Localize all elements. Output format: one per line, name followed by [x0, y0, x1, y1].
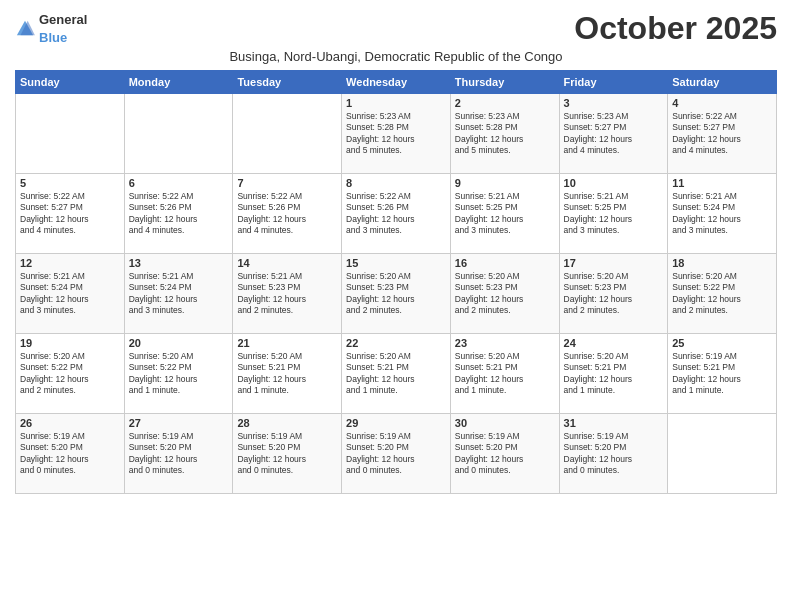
- day-info: Sunrise: 5:22 AM Sunset: 5:26 PM Dayligh…: [237, 191, 337, 237]
- day-info: Sunrise: 5:20 AM Sunset: 5:21 PM Dayligh…: [455, 351, 555, 397]
- day-info: Sunrise: 5:21 AM Sunset: 5:25 PM Dayligh…: [564, 191, 664, 237]
- day-info: Sunrise: 5:21 AM Sunset: 5:24 PM Dayligh…: [129, 271, 229, 317]
- day-number: 1: [346, 97, 446, 109]
- day-info: Sunrise: 5:21 AM Sunset: 5:23 PM Dayligh…: [237, 271, 337, 317]
- day-number: 12: [20, 257, 120, 269]
- day-number: 3: [564, 97, 664, 109]
- day-info: Sunrise: 5:19 AM Sunset: 5:20 PM Dayligh…: [455, 431, 555, 477]
- day-info: Sunrise: 5:19 AM Sunset: 5:20 PM Dayligh…: [346, 431, 446, 477]
- logo-general: General: [39, 12, 87, 27]
- day-number: 7: [237, 177, 337, 189]
- day-number: 26: [20, 417, 120, 429]
- header-monday: Monday: [124, 71, 233, 94]
- day-cell: [668, 414, 777, 494]
- day-cell: 31Sunrise: 5:19 AM Sunset: 5:20 PM Dayli…: [559, 414, 668, 494]
- day-cell: 30Sunrise: 5:19 AM Sunset: 5:20 PM Dayli…: [450, 414, 559, 494]
- day-cell: 17Sunrise: 5:20 AM Sunset: 5:23 PM Dayli…: [559, 254, 668, 334]
- day-cell: [124, 94, 233, 174]
- day-number: 5: [20, 177, 120, 189]
- day-info: Sunrise: 5:19 AM Sunset: 5:20 PM Dayligh…: [129, 431, 229, 477]
- day-info: Sunrise: 5:20 AM Sunset: 5:23 PM Dayligh…: [455, 271, 555, 317]
- day-number: 8: [346, 177, 446, 189]
- week-row-5: 26Sunrise: 5:19 AM Sunset: 5:20 PM Dayli…: [16, 414, 777, 494]
- day-info: Sunrise: 5:20 AM Sunset: 5:22 PM Dayligh…: [20, 351, 120, 397]
- day-cell: 6Sunrise: 5:22 AM Sunset: 5:26 PM Daylig…: [124, 174, 233, 254]
- day-number: 21: [237, 337, 337, 349]
- day-cell: 21Sunrise: 5:20 AM Sunset: 5:21 PM Dayli…: [233, 334, 342, 414]
- day-number: 4: [672, 97, 772, 109]
- header-sunday: Sunday: [16, 71, 125, 94]
- calendar-body: 1Sunrise: 5:23 AM Sunset: 5:28 PM Daylig…: [16, 94, 777, 494]
- day-cell: 14Sunrise: 5:21 AM Sunset: 5:23 PM Dayli…: [233, 254, 342, 334]
- day-cell: 8Sunrise: 5:22 AM Sunset: 5:26 PM Daylig…: [342, 174, 451, 254]
- day-info: Sunrise: 5:22 AM Sunset: 5:27 PM Dayligh…: [672, 111, 772, 157]
- day-info: Sunrise: 5:23 AM Sunset: 5:28 PM Dayligh…: [346, 111, 446, 157]
- page: General Blue October 2025 Businga, Nord-…: [0, 0, 792, 612]
- day-number: 27: [129, 417, 229, 429]
- day-cell: 5Sunrise: 5:22 AM Sunset: 5:27 PM Daylig…: [16, 174, 125, 254]
- day-info: Sunrise: 5:20 AM Sunset: 5:22 PM Dayligh…: [672, 271, 772, 317]
- day-cell: 29Sunrise: 5:19 AM Sunset: 5:20 PM Dayli…: [342, 414, 451, 494]
- day-info: Sunrise: 5:21 AM Sunset: 5:24 PM Dayligh…: [20, 271, 120, 317]
- header-thursday: Thursday: [450, 71, 559, 94]
- day-number: 16: [455, 257, 555, 269]
- week-row-3: 12Sunrise: 5:21 AM Sunset: 5:24 PM Dayli…: [16, 254, 777, 334]
- day-cell: [233, 94, 342, 174]
- day-info: Sunrise: 5:21 AM Sunset: 5:25 PM Dayligh…: [455, 191, 555, 237]
- day-number: 14: [237, 257, 337, 269]
- day-cell: 27Sunrise: 5:19 AM Sunset: 5:20 PM Dayli…: [124, 414, 233, 494]
- day-number: 29: [346, 417, 446, 429]
- day-info: Sunrise: 5:20 AM Sunset: 5:21 PM Dayligh…: [564, 351, 664, 397]
- day-cell: 3Sunrise: 5:23 AM Sunset: 5:27 PM Daylig…: [559, 94, 668, 174]
- weekday-row: Sunday Monday Tuesday Wednesday Thursday…: [16, 71, 777, 94]
- day-info: Sunrise: 5:19 AM Sunset: 5:21 PM Dayligh…: [672, 351, 772, 397]
- week-row-4: 19Sunrise: 5:20 AM Sunset: 5:22 PM Dayli…: [16, 334, 777, 414]
- day-cell: 22Sunrise: 5:20 AM Sunset: 5:21 PM Dayli…: [342, 334, 451, 414]
- day-info: Sunrise: 5:19 AM Sunset: 5:20 PM Dayligh…: [564, 431, 664, 477]
- calendar-header: Sunday Monday Tuesday Wednesday Thursday…: [16, 71, 777, 94]
- day-cell: 4Sunrise: 5:22 AM Sunset: 5:27 PM Daylig…: [668, 94, 777, 174]
- day-number: 20: [129, 337, 229, 349]
- day-info: Sunrise: 5:21 AM Sunset: 5:24 PM Dayligh…: [672, 191, 772, 237]
- day-cell: 9Sunrise: 5:21 AM Sunset: 5:25 PM Daylig…: [450, 174, 559, 254]
- day-number: 18: [672, 257, 772, 269]
- day-number: 31: [564, 417, 664, 429]
- logo-text: General Blue: [39, 10, 87, 46]
- day-info: Sunrise: 5:20 AM Sunset: 5:23 PM Dayligh…: [346, 271, 446, 317]
- day-info: Sunrise: 5:19 AM Sunset: 5:20 PM Dayligh…: [237, 431, 337, 477]
- day-cell: 23Sunrise: 5:20 AM Sunset: 5:21 PM Dayli…: [450, 334, 559, 414]
- day-number: 10: [564, 177, 664, 189]
- calendar: Sunday Monday Tuesday Wednesday Thursday…: [15, 70, 777, 494]
- day-number: 15: [346, 257, 446, 269]
- day-number: 25: [672, 337, 772, 349]
- header-saturday: Saturday: [668, 71, 777, 94]
- day-cell: 12Sunrise: 5:21 AM Sunset: 5:24 PM Dayli…: [16, 254, 125, 334]
- logo: General Blue: [15, 10, 87, 46]
- day-cell: 15Sunrise: 5:20 AM Sunset: 5:23 PM Dayli…: [342, 254, 451, 334]
- day-info: Sunrise: 5:20 AM Sunset: 5:22 PM Dayligh…: [129, 351, 229, 397]
- month-title: October 2025: [574, 10, 777, 47]
- header: General Blue October 2025: [15, 10, 777, 47]
- day-cell: 11Sunrise: 5:21 AM Sunset: 5:24 PM Dayli…: [668, 174, 777, 254]
- day-cell: 20Sunrise: 5:20 AM Sunset: 5:22 PM Dayli…: [124, 334, 233, 414]
- day-number: 2: [455, 97, 555, 109]
- day-info: Sunrise: 5:23 AM Sunset: 5:28 PM Dayligh…: [455, 111, 555, 157]
- day-number: 9: [455, 177, 555, 189]
- day-number: 24: [564, 337, 664, 349]
- day-cell: 18Sunrise: 5:20 AM Sunset: 5:22 PM Dayli…: [668, 254, 777, 334]
- week-row-2: 5Sunrise: 5:22 AM Sunset: 5:27 PM Daylig…: [16, 174, 777, 254]
- header-wednesday: Wednesday: [342, 71, 451, 94]
- day-number: 6: [129, 177, 229, 189]
- day-cell: 25Sunrise: 5:19 AM Sunset: 5:21 PM Dayli…: [668, 334, 777, 414]
- day-number: 11: [672, 177, 772, 189]
- day-cell: 24Sunrise: 5:20 AM Sunset: 5:21 PM Dayli…: [559, 334, 668, 414]
- day-number: 17: [564, 257, 664, 269]
- day-cell: 10Sunrise: 5:21 AM Sunset: 5:25 PM Dayli…: [559, 174, 668, 254]
- day-cell: 1Sunrise: 5:23 AM Sunset: 5:28 PM Daylig…: [342, 94, 451, 174]
- subtitle: Businga, Nord-Ubangi, Democratic Republi…: [15, 49, 777, 64]
- day-info: Sunrise: 5:19 AM Sunset: 5:20 PM Dayligh…: [20, 431, 120, 477]
- day-cell: 2Sunrise: 5:23 AM Sunset: 5:28 PM Daylig…: [450, 94, 559, 174]
- day-info: Sunrise: 5:22 AM Sunset: 5:26 PM Dayligh…: [346, 191, 446, 237]
- day-number: 22: [346, 337, 446, 349]
- day-cell: 28Sunrise: 5:19 AM Sunset: 5:20 PM Dayli…: [233, 414, 342, 494]
